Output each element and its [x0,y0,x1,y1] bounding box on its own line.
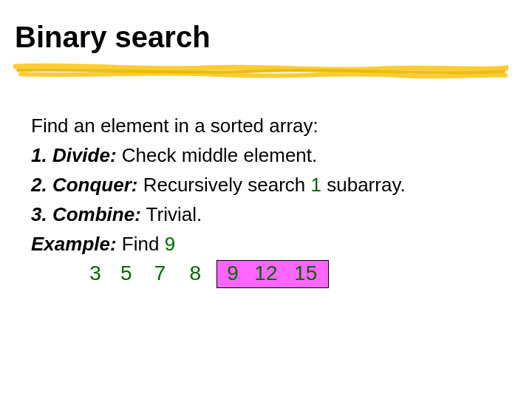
step-3-text: Trivial. [141,203,202,225]
example-text-before: Find [117,233,165,255]
step-1-label: 1. Divide: [31,144,117,166]
slide-body: Find an element in a sorted array: 1. Di… [31,111,504,288]
slide: Binary search Find an element in a sorte… [0,0,532,399]
array-highlight-box: 9 12 15 [216,260,329,288]
title-underline-brush [13,62,508,81]
array-val-3: 8 [181,259,209,288]
step-2-text-before: Recursively search [137,174,310,196]
array-row: 3 5 7 8 9 12 15 [31,259,504,288]
step-1-text: Check middle element. [117,144,318,166]
example-label: Example: [31,233,117,255]
array-val-1: 5 [114,259,139,288]
array-val-6: 15 [288,261,324,286]
step-2-label: 2. Conquer: [31,174,137,196]
array-val-4: 9 [222,261,244,286]
array-val-0: 3 [83,259,108,288]
slide-title: Binary search [15,21,211,54]
step-2: 2. Conquer: Recursively search 1 subarra… [31,170,504,200]
example-line: Example: Find 9 [31,229,504,259]
step-2-emph: 1 [311,174,321,196]
intro-line: Find an element in a sorted array: [31,111,504,140]
example-target: 9 [165,233,175,255]
array-val-2: 7 [145,259,176,288]
step-3-label: 3. Combine: [31,203,141,225]
step-1: 1. Divide: Check middle element. [31,140,504,170]
step-3: 3. Combine: Trivial. [31,200,504,229]
array-val-5: 12 [250,261,282,286]
step-2-text-after: subarray. [321,174,406,196]
